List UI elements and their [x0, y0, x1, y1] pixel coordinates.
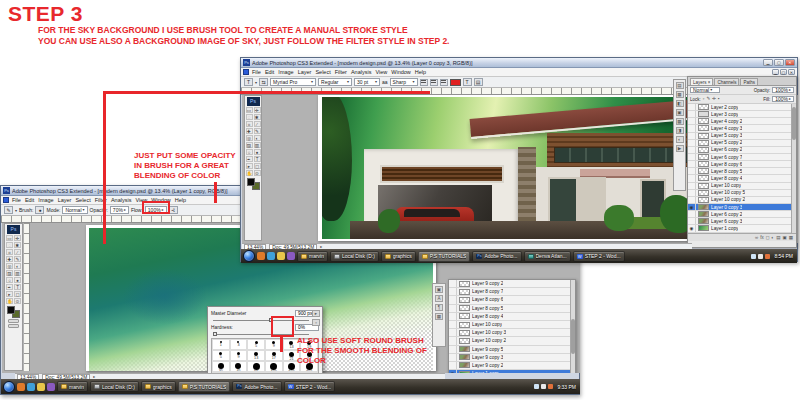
crop-tool-icon[interactable]: ⌗: [246, 121, 253, 127]
layer-visibility-eye-icon[interactable]: ◉: [449, 370, 457, 373]
layer-visibility-eye-icon[interactable]: [449, 280, 457, 287]
layer-thumbnail[interactable]: [698, 168, 709, 174]
layer-visibility-eye-icon[interactable]: [449, 305, 457, 312]
layer-visibility-eye-icon[interactable]: [688, 218, 696, 224]
menu-help[interactable]: Help: [173, 197, 188, 203]
house-render-canvas[interactable]: [322, 97, 694, 239]
taskbar-button-adobe-photo---[interactable]: PsAdobe Photo...: [472, 251, 521, 262]
taskbar-button-local-disk--d--[interactable]: Local Disk (D:): [90, 381, 139, 392]
layer-thumbnail[interactable]: [459, 305, 470, 311]
slice-tool-icon[interactable]: ∕: [254, 121, 261, 127]
layer-visibility-eye-icon[interactable]: [688, 154, 696, 160]
move-tool-icon[interactable]: ✛: [254, 107, 261, 113]
layer-thumbnail[interactable]: [459, 338, 470, 344]
window1-canvas-page[interactable]: [318, 95, 696, 241]
airbrush-icon[interactable]: ⊰: [169, 206, 178, 214]
quick-launch-firefox-icon[interactable]: [17, 383, 25, 391]
dodge-tool-icon[interactable]: ●: [14, 277, 21, 283]
quick-launch-media-icon[interactable]: [287, 252, 295, 260]
layer-row[interactable]: Layer 8 copy 5: [688, 168, 796, 175]
layer-visibility-eye-icon[interactable]: [688, 140, 696, 146]
brush-preset-9[interactable]: 9: [212, 372, 230, 373]
layer-thumbnail[interactable]: [698, 197, 709, 203]
windows-start-button[interactable]: [243, 250, 255, 262]
histogram-panel-icon[interactable]: ▦: [435, 313, 443, 320]
layer-row[interactable]: Layer 8 copy 6: [688, 161, 796, 168]
layer-style-icon[interactable]: fx: [760, 235, 764, 241]
taskbar-button-marvin[interactable]: marvin: [297, 251, 328, 262]
gradient-tool-icon[interactable]: ▥: [254, 142, 261, 148]
layer-thumbnail[interactable]: [698, 190, 709, 196]
zoom-tool-icon[interactable]: ⊙: [14, 298, 21, 304]
actions-panel-icon[interactable]: ▶: [676, 145, 684, 152]
histogram-panel-icon[interactable]: ▦: [676, 91, 684, 98]
panel-tab-channels[interactable]: Channels: [714, 78, 739, 85]
type-tool-icon[interactable]: T: [254, 156, 261, 162]
layer-thumbnail[interactable]: [459, 289, 470, 295]
fill-value[interactable]: 100%▸: [772, 96, 794, 102]
menu-analysis[interactable]: Analysis: [349, 69, 373, 75]
magic-wand-tool-icon[interactable]: ✱: [254, 114, 261, 120]
navigator-panel-icon[interactable]: ▤: [676, 82, 684, 89]
gradient-tool-icon[interactable]: ▥: [14, 270, 21, 276]
menu-image[interactable]: Image: [36, 197, 55, 203]
layer-row[interactable]: Layer 4 copy 3: [688, 125, 796, 132]
new-layer-icon[interactable]: ▣: [782, 235, 786, 241]
brush-preview-icon[interactable]: ●: [35, 206, 44, 214]
info-panel-icon[interactable]: ◧: [676, 100, 684, 107]
tray-update-icon[interactable]: [765, 254, 770, 259]
zoom-tool-icon[interactable]: ⊙: [254, 170, 261, 176]
layer-visibility-eye-icon[interactable]: [449, 321, 457, 328]
delete-layer-icon[interactable]: ▦: [789, 235, 793, 241]
layer-thumbnail[interactable]: [698, 154, 709, 160]
path-select-tool-icon[interactable]: ▸: [6, 291, 13, 297]
swatches-panel-icon[interactable]: ▩: [676, 118, 684, 125]
eraser-tool-icon[interactable]: ▨: [246, 142, 253, 148]
font-size-select[interactable]: 30 pt▾: [354, 78, 380, 86]
layer-visibility-eye-icon[interactable]: [449, 288, 457, 295]
layer-thumbnail[interactable]: [698, 225, 709, 231]
layer-row[interactable]: Layer 8 copy 6: [449, 296, 575, 304]
menu-edit[interactable]: Edit: [23, 197, 36, 203]
layer-row[interactable]: Layer 5 copy 2: [688, 140, 796, 147]
layer-visibility-eye-icon[interactable]: [449, 296, 457, 303]
layer-row[interactable]: Layer 8 copy 7: [449, 288, 575, 296]
windows-start-button[interactable]: [3, 381, 15, 393]
layer-thumbnail[interactable]: [459, 362, 470, 368]
blend-mode-select[interactable]: Normal▾: [690, 87, 720, 93]
text-orientation-icon[interactable]: ⇆: [259, 78, 268, 86]
heal-tool-icon[interactable]: ✚: [6, 256, 13, 262]
opacity-input[interactable]: 70%▸: [110, 206, 129, 214]
shape-tool-icon[interactable]: ◻: [14, 291, 21, 297]
adjustment-layer-icon[interactable]: ◐: [771, 235, 774, 241]
history-panel-icon[interactable]: ◐: [676, 136, 684, 143]
tray-volume-icon[interactable]: [758, 254, 763, 259]
tray-network-icon[interactable]: [751, 254, 756, 259]
pen-tool-icon[interactable]: ✒: [6, 284, 13, 290]
layer-row[interactable]: Layer 6 copy 2: [688, 211, 796, 218]
scrollbar-thumb[interactable]: [571, 319, 575, 354]
close-button[interactable]: ✕: [785, 59, 795, 66]
doc-close-button[interactable]: ✕: [788, 69, 795, 75]
type-tool-icon[interactable]: T: [14, 284, 21, 290]
clone-tool-icon[interactable]: ◎: [246, 135, 253, 141]
doc-minimize-button[interactable]: ▁: [772, 69, 779, 75]
layer-thumbnail[interactable]: [698, 133, 709, 139]
layer-row[interactable]: Layer 9 copy 2: [449, 280, 575, 288]
menu-view[interactable]: View: [373, 69, 389, 75]
brush-preset-65[interactable]: 65: [300, 372, 318, 373]
menu-file[interactable]: File: [10, 197, 23, 203]
slice-tool-icon[interactable]: ∕: [14, 249, 21, 255]
layer-visibility-eye-icon[interactable]: [688, 133, 696, 139]
blend-mode-select[interactable]: Normal▾: [62, 206, 87, 214]
shape-tool-icon[interactable]: ◻: [254, 163, 261, 169]
history-brush-tool-icon[interactable]: ◐: [14, 263, 21, 269]
brush-preset-5[interactable]: 5: [212, 350, 230, 361]
layer-row[interactable]: Layer 9 copy 3: [449, 354, 575, 362]
link-layers-icon[interactable]: ∞: [755, 235, 758, 241]
foreground-color-swatch[interactable]: [7, 306, 15, 314]
crop-tool-icon[interactable]: ⌗: [6, 249, 13, 255]
menu-file[interactable]: File: [250, 69, 263, 75]
quick-mask-button[interactable]: [8, 319, 19, 323]
character-panel-icon[interactable]: A: [435, 295, 443, 302]
